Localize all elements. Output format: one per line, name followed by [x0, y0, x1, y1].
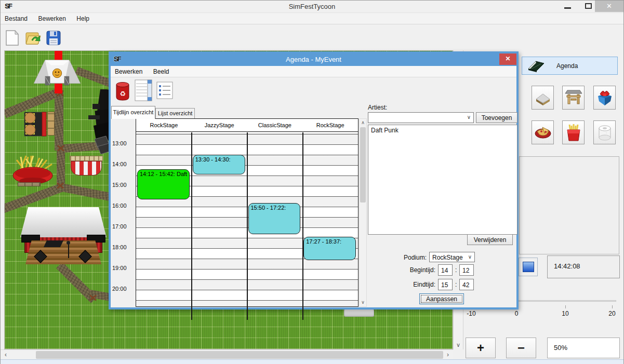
path-node — [57, 182, 64, 189]
shop-item-gift-box[interactable] — [593, 86, 616, 110]
column-divider — [247, 132, 248, 320]
add-artist-button[interactable]: Toevoegen — [476, 112, 517, 123]
schedule-event[interactable]: 14:12 - 15:42: Daft Punk — [137, 169, 190, 199]
timeline-view-icon[interactable] — [135, 79, 152, 101]
shop-item-pizza[interactable] — [532, 120, 554, 144]
slider-label: 10 — [562, 310, 568, 317]
scrollbar-corner — [453, 349, 462, 359]
dialog-menu-beeld[interactable]: Beeld — [149, 66, 174, 75]
microphone-stand — [68, 244, 69, 258]
toilet-roll-icon — [597, 124, 613, 141]
schedule-event[interactable]: 17:27 - 18:37: — [303, 237, 356, 260]
chevron-down-icon: ∨ — [467, 114, 471, 120]
close-button[interactable]: ✕ — [595, 1, 623, 12]
zoom-in-button[interactable]: + — [466, 338, 496, 358]
striped-booth[interactable] — [71, 157, 102, 176]
shop-item-torii-gate[interactable] — [562, 86, 585, 110]
fries-stand[interactable] — [10, 155, 55, 185]
stage-header: JazzyStage — [192, 122, 247, 131]
dialog-title: Agenda - MyEvent — [111, 56, 516, 63]
dialog-titlebar[interactable]: SF Agenda - MyEvent ✕ — [111, 53, 516, 66]
scroll-right-icon[interactable]: › — [443, 350, 453, 360]
scrollbar-thumb[interactable] — [360, 127, 366, 203]
agenda-dialog: SF Agenda - MyEvent ✕ Bewerken Beeld ♻ T… — [109, 51, 519, 309]
podium-label: Podium: — [391, 254, 427, 261]
main-stage[interactable] — [20, 207, 107, 265]
begin-time-label: Begintijd: — [381, 266, 435, 274]
begin-hour-field[interactable]: 14 — [438, 264, 453, 276]
stage-header-row: RockStageJazzyStageClassicStageRockStage — [136, 119, 358, 132]
schedule-event[interactable]: 15:50 - 17:22: — [248, 203, 301, 234]
schedule-grid: 13:0014:0015:0016:0017:0018:0019:0020:00… — [111, 118, 367, 307]
dialog-menu-bewerken[interactable]: Bewerken — [111, 66, 147, 75]
artist-combobox[interactable]: ∨ — [368, 112, 474, 123]
stage-floor — [25, 240, 101, 264]
wood-bench — [18, 182, 41, 186]
burger-stand[interactable] — [23, 111, 48, 137]
agenda-book-icon — [527, 59, 545, 73]
apply-button[interactable]: Aanpassen — [419, 293, 464, 304]
game-clock: 14:42:08 — [547, 255, 620, 278]
time-colon: : — [455, 281, 457, 288]
scrollbar-thumb[interactable] — [36, 351, 443, 359]
begin-minute-field[interactable]: 12 — [459, 264, 474, 276]
slider-tick — [612, 305, 613, 308]
dialog-menubar: Bewerken Beeld — [111, 66, 516, 77]
time-label: 18:00 — [112, 244, 135, 250]
dialog-close-button[interactable]: ✕ — [499, 53, 516, 65]
menu-help[interactable]: Help — [72, 13, 94, 22]
main-toolbar — [1, 25, 623, 50]
scroll-up-icon[interactable]: ∧ — [360, 119, 366, 127]
podium-combobox[interactable]: RockStage ∨ — [429, 252, 475, 262]
schedule-scrollbar[interactable]: ∧ ∨ — [359, 118, 367, 307]
minimize-button[interactable] — [564, 7, 571, 9]
open-folder-icon[interactable] — [24, 30, 41, 46]
maximize-button[interactable] — [585, 3, 592, 9]
slider-tick — [565, 305, 566, 308]
slider-label: 0 — [515, 310, 519, 317]
play-pause-button[interactable] — [519, 258, 538, 276]
artist-label: Artiest: — [368, 104, 387, 111]
time-label: 14:00 — [112, 161, 135, 167]
torii-gate-icon — [565, 89, 582, 106]
time-axis: 13:0014:0015:0016:0017:0018:0019:0020:00 — [111, 118, 136, 307]
gift-box-icon — [596, 89, 614, 106]
festival-tent[interactable] — [32, 57, 82, 89]
main-menubar: Bestand Bewerken Help — [1, 12, 623, 24]
end-hour-field[interactable]: 15 — [438, 279, 453, 290]
tab-tijdlijn-overzicht[interactable]: Tijdlijn overzicht — [111, 106, 155, 119]
path-node — [57, 144, 64, 152]
schedule-table[interactable]: RockStageJazzyStageClassicStageRockStage… — [136, 118, 359, 307]
list-view-icon[interactable] — [156, 82, 173, 99]
shop-item-fries[interactable] — [562, 120, 585, 144]
tent-fragment — [344, 309, 374, 317]
remove-button[interactable]: Verwijderen — [467, 234, 513, 245]
agenda-button[interactable]: Agenda — [522, 57, 618, 75]
tab-lijst-overzicht[interactable]: Lijst overzicht — [155, 108, 195, 119]
shop-item-road-tile[interactable] — [532, 86, 554, 110]
time-label: 15:00 — [112, 182, 135, 188]
artist-listbox[interactable]: Daft Punk — [368, 125, 517, 235]
pizza-icon — [534, 125, 552, 140]
scroll-left-icon[interactable]: ‹ — [1, 350, 11, 360]
scroll-down-icon[interactable]: ∨ — [360, 299, 366, 306]
menu-bestand[interactable]: Bestand — [1, 13, 32, 22]
stage-roof — [20, 207, 107, 237]
schedule-body[interactable]: 13:30 - 14:30:14:12 - 15:42: Daft Punk15… — [136, 132, 358, 306]
shop-item-toilet-roll[interactable] — [593, 120, 616, 144]
artist-list-item[interactable]: Daft Punk — [368, 125, 517, 134]
end-minute-field[interactable]: 42 — [459, 279, 474, 290]
save-floppy-icon[interactable] — [45, 30, 62, 46]
menu-bewerken[interactable]: Bewerken — [34, 13, 70, 22]
time-label: 17:00 — [112, 223, 135, 230]
trash-icon[interactable]: ♻ — [115, 82, 130, 101]
map-horizontal-scrollbar[interactable]: ‹ › — [1, 349, 453, 359]
road-tile-icon — [534, 90, 552, 105]
schedule-event[interactable]: 13:30 - 14:30: — [193, 155, 245, 174]
scroll-down-icon[interactable]: ∨ — [454, 340, 463, 349]
zoom-out-button[interactable]: − — [506, 338, 536, 358]
slider-label: 20 — [608, 310, 615, 317]
new-file-icon[interactable] — [4, 30, 20, 46]
time-colon: : — [455, 266, 457, 274]
time-label: 13:00 — [112, 140, 135, 146]
